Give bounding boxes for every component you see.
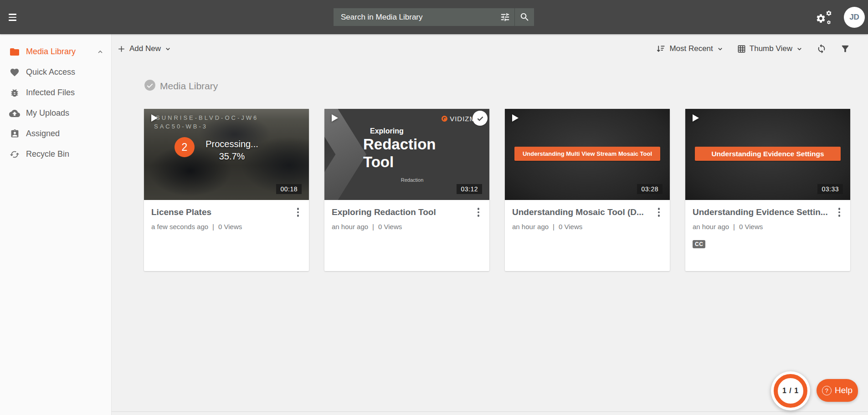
vidizmo-logo-icon bbox=[442, 116, 447, 122]
play-icon[interactable] bbox=[329, 113, 340, 125]
view-count: 0 Views bbox=[559, 223, 582, 231]
more-options-icon[interactable] bbox=[653, 206, 664, 218]
video-meta: an hour ago | 0 Views bbox=[332, 223, 483, 231]
card-info: License Plates a few seconds ago | 0 Vie… bbox=[144, 200, 309, 271]
card-info: Exploring Redaction Tool an hour ago | 0… bbox=[324, 200, 489, 271]
duration-badge: 03:28 bbox=[637, 184, 663, 194]
search-bar bbox=[334, 8, 534, 26]
play-icon[interactable] bbox=[509, 113, 520, 125]
processing-step-badge: 2 bbox=[175, 137, 195, 157]
user-avatar[interactable]: JD bbox=[844, 7, 865, 28]
sidebar-item-my-uploads[interactable]: My Uploads bbox=[0, 103, 111, 123]
bug-icon bbox=[9, 87, 20, 98]
filter-button[interactable] bbox=[840, 44, 850, 54]
filter-funnel-icon bbox=[840, 44, 850, 54]
media-card: Understanding Evidence Settings 03:33 Un… bbox=[685, 109, 850, 271]
page-indicator-text: 1 / 1 bbox=[782, 387, 799, 395]
duration-badge: 03:33 bbox=[817, 184, 843, 194]
meta-divider: | bbox=[553, 223, 555, 231]
video-title[interactable]: License Plates bbox=[151, 207, 293, 217]
upload-time: an hour ago bbox=[512, 223, 549, 231]
media-card: VIDIZM Exploring Redaction Tool Redactio… bbox=[324, 109, 489, 271]
view-count: 0 Views bbox=[378, 223, 402, 231]
video-thumbnail[interactable]: SUNRISE-BLVD-OC-JW6 SAC50-WB-3 2 Process… bbox=[144, 109, 309, 200]
assignment-badge-icon bbox=[9, 128, 20, 139]
video-meta: an hour ago | 0 Views bbox=[693, 223, 844, 231]
more-options-icon[interactable] bbox=[293, 206, 303, 218]
section-title: Media Library bbox=[160, 81, 218, 92]
duration-badge: 00:18 bbox=[276, 184, 302, 194]
heart-icon bbox=[9, 67, 20, 78]
selected-check-icon[interactable] bbox=[473, 111, 488, 126]
duration-badge: 03:12 bbox=[457, 184, 482, 194]
chevron-down-icon bbox=[164, 46, 171, 52]
grid-view-icon bbox=[737, 45, 746, 53]
search-filter-sliders-icon[interactable] bbox=[495, 8, 514, 26]
select-all-check-icon[interactable] bbox=[144, 79, 156, 93]
sidebar-item-label: Assigned bbox=[26, 129, 104, 138]
sidebar-item-label: Infected Files bbox=[26, 88, 104, 97]
refresh-button[interactable] bbox=[817, 44, 827, 54]
main-content: Add New Most Recent bbox=[112, 34, 868, 415]
more-options-icon[interactable] bbox=[473, 206, 484, 218]
page-indicator[interactable]: 1 / 1 bbox=[771, 371, 810, 410]
upload-time: a few seconds ago bbox=[151, 223, 208, 231]
card-info: Understanding Evidence Settin... an hour… bbox=[685, 200, 850, 271]
chevron-down-icon bbox=[717, 46, 724, 52]
sidebar-item-label: Quick Access bbox=[26, 67, 104, 77]
vidizmo-brand: VIDIZM bbox=[442, 115, 476, 123]
sort-control[interactable]: Most Recent bbox=[656, 44, 723, 54]
chevron-up-icon[interactable] bbox=[97, 48, 104, 56]
video-thumbnail[interactable]: Understanding Multi View Stream Mosaic T… bbox=[505, 109, 670, 200]
sidebar-item-media-library[interactable]: Media Library bbox=[0, 41, 111, 62]
folder-icon bbox=[9, 46, 20, 57]
upload-time: an hour ago bbox=[332, 223, 368, 231]
sidebar: Media Library Quick Access Infected File… bbox=[0, 34, 112, 415]
search-input[interactable] bbox=[334, 8, 495, 26]
processing-label: Processing... bbox=[198, 138, 266, 150]
sidebar-item-quick-access[interactable]: Quick Access bbox=[0, 62, 111, 82]
meta-divider: | bbox=[212, 223, 214, 231]
processing-status: Processing... 35.7% bbox=[198, 138, 266, 163]
play-icon[interactable] bbox=[149, 113, 159, 125]
sidebar-item-label: Media Library bbox=[26, 47, 97, 56]
video-title[interactable]: Understanding Evidence Settin... bbox=[693, 207, 834, 217]
add-new-label: Add New bbox=[129, 44, 161, 53]
video-title[interactable]: Understanding Mosaic Tool (D... bbox=[512, 207, 653, 217]
section-header: Media Library bbox=[144, 79, 218, 93]
help-label: Help bbox=[835, 385, 853, 395]
thumbnail-banner: Understanding Evidence Settings bbox=[695, 147, 841, 161]
media-card: Understanding Multi View Stream Mosaic T… bbox=[505, 109, 670, 271]
help-button[interactable]: ? Help bbox=[817, 379, 858, 402]
sort-descending-icon bbox=[656, 44, 666, 54]
view-mode-control[interactable]: Thumb View bbox=[737, 44, 803, 53]
video-thumbnail[interactable]: VIDIZM Exploring Redaction Tool Redactio… bbox=[324, 109, 489, 200]
video-thumbnail[interactable]: Understanding Evidence Settings 03:33 bbox=[685, 109, 850, 200]
closed-captions-badge: CC bbox=[693, 240, 705, 248]
sidebar-item-label: Recycle Bin bbox=[26, 149, 104, 159]
sidebar-item-recycle-bin[interactable]: Recycle Bin bbox=[0, 144, 111, 164]
media-card: SUNRISE-BLVD-OC-JW6 SAC50-WB-3 2 Process… bbox=[144, 109, 309, 271]
play-icon[interactable] bbox=[690, 113, 701, 125]
add-new-button[interactable]: Add New bbox=[117, 44, 171, 53]
bottom-divider bbox=[0, 411, 868, 412]
hamburger-menu-icon[interactable] bbox=[9, 13, 19, 21]
cloud-upload-icon bbox=[9, 108, 20, 119]
search-icon[interactable] bbox=[515, 8, 534, 26]
recycle-icon bbox=[9, 149, 20, 160]
sort-label: Most Recent bbox=[669, 44, 713, 53]
chevron-down-icon bbox=[796, 46, 803, 52]
media-library-app: JD Media Library Quick Access Infected F… bbox=[0, 0, 868, 415]
video-meta: an hour ago | 0 Views bbox=[512, 223, 663, 231]
upload-time: an hour ago bbox=[693, 223, 729, 231]
plus-icon bbox=[117, 45, 126, 53]
more-options-icon[interactable] bbox=[834, 206, 845, 218]
sidebar-item-infected-files[interactable]: Infected Files bbox=[0, 82, 111, 103]
toolbar: Add New Most Recent bbox=[112, 34, 868, 63]
admin-settings-gears-icon[interactable] bbox=[816, 10, 832, 25]
sidebar-item-assigned[interactable]: Assigned bbox=[0, 123, 111, 144]
video-title[interactable]: Exploring Redaction Tool bbox=[332, 207, 473, 217]
processing-percent: 35.7% bbox=[198, 150, 266, 163]
question-mark-icon: ? bbox=[822, 386, 832, 395]
meta-divider: | bbox=[733, 223, 735, 231]
